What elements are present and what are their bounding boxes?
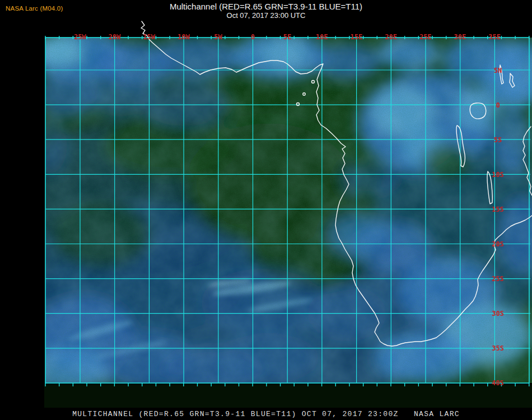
longitude-label: 35E <box>489 33 501 41</box>
longitude-label: 20W <box>109 33 121 41</box>
latitude-label: 20S <box>492 240 504 248</box>
latitude-label: 25S <box>492 275 504 283</box>
longitude-label: 5E <box>283 33 291 41</box>
longitude-label: 5W <box>214 33 223 41</box>
image-timestamp: Oct 07, 2017 23:00 UTC <box>0 11 532 20</box>
latitude-label: 5N <box>494 67 502 74</box>
latitude-label: 0 <box>496 101 500 109</box>
image-title: Multichannel (RED=R.65 GRN=T3.9-11 BLUE=… <box>0 2 532 11</box>
speckle-texture <box>45 38 532 383</box>
footer-caption: MULTICHANNEL (RED=R.65 GRN=T3.9-11 BLUE=… <box>0 410 532 418</box>
longitude-label: 20E <box>385 33 397 41</box>
satellite-map: 25W20W15W10W5W05E10E15E20E25E30E35E5N05S… <box>0 0 532 420</box>
latitude-label: 5S <box>494 136 502 144</box>
longitude-label: 10W <box>178 33 190 41</box>
longitude-label: 25E <box>419 33 432 41</box>
longitude-label: 30E <box>454 33 466 41</box>
latitude-label: 40S <box>492 379 504 387</box>
latitude-label: 10S <box>492 171 504 179</box>
longitude-label: 10E <box>316 33 328 41</box>
bottom-strip <box>44 384 532 408</box>
latitude-label: 15S <box>492 206 504 213</box>
longitude-label: 0 <box>251 33 255 41</box>
longitude-label: 25W <box>74 33 86 41</box>
latitude-label: 30S <box>492 310 504 318</box>
satellite-imagery <box>17 31 532 403</box>
satellite-viewer-window: 25W20W15W10W5W05E10E15E20E25E30E35E5N05S… <box>0 0 532 420</box>
latitude-label: 35S <box>492 344 504 352</box>
longitude-label: 15W <box>143 33 156 41</box>
longitude-label: 15E <box>351 33 363 41</box>
